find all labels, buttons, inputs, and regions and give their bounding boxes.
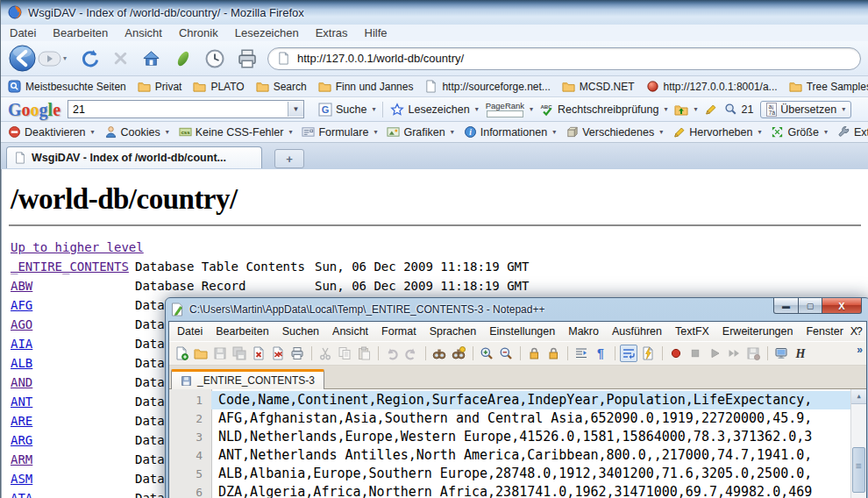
new-tab-button[interactable]: + (274, 149, 304, 168)
directory-entry-link[interactable]: AFG (11, 298, 32, 312)
menu-item[interactable]: Lesezeichen (235, 26, 299, 39)
bookmark-plato[interactable]: PLATO (193, 80, 244, 93)
google-bookmarks-button[interactable]: Lesezeichen (390, 103, 478, 117)
bookmark-meistbesuchte-seiten[interactable]: Meistbesuchte Seiten (8, 80, 126, 93)
editor-area[interactable]: 1 Code,Name,Continent,Region,SurfaceArea… (169, 389, 866, 498)
google-search-input[interactable]: 21 ▼ (68, 100, 304, 118)
print-icon[interactable] (288, 345, 306, 362)
directory-entry-link[interactable]: AND (11, 375, 32, 389)
menu-item[interactable]: Ansicht (332, 325, 368, 338)
menu-item[interactable]: Sprachen (430, 325, 477, 338)
directory-entry-link[interactable]: ARM (11, 452, 32, 466)
scrollbar-thumb[interactable] (852, 447, 865, 493)
back-forward-dropdown[interactable]: ▾ (63, 54, 67, 62)
send-to-button[interactable] (674, 103, 697, 117)
macro-stop-icon[interactable] (687, 345, 704, 362)
bookmark-finn-und-jannes[interactable]: Finn und Jannes (318, 80, 414, 93)
macro-save-icon[interactable] (744, 345, 762, 362)
bookmark-search[interactable]: Search (256, 80, 307, 93)
macro-run-multiple-icon[interactable] (725, 345, 743, 362)
show-all-characters-icon[interactable] (592, 345, 609, 362)
directory-entry-link[interactable]: AIA (11, 337, 32, 351)
zoom-in-icon[interactable] (478, 345, 495, 362)
feed-leaf-icon[interactable] (174, 48, 193, 69)
replace-icon[interactable] (450, 345, 467, 362)
up-to-higher-level-link[interactable]: Up to higher level (11, 238, 868, 257)
devbar-verschiedenes[interactable]: Verschiedenes (566, 125, 663, 139)
notepadpp-titlebar[interactable]: C:\Users\Martin\AppData\Local\Temp\_ENTI… (168, 298, 867, 321)
directory-entry-link[interactable]: ALB (11, 356, 32, 370)
maximize-button[interactable]: ▢ (799, 298, 822, 314)
close-file-icon[interactable] (250, 345, 267, 362)
minimize-button[interactable]: ▬ (773, 298, 799, 314)
macro-play-icon[interactable] (706, 345, 723, 362)
directory-entry-link[interactable]: _ENTIRE_CONTENTS (11, 260, 129, 274)
google-search-button[interactable]: G Suche (318, 103, 375, 117)
menu-item[interactable]: Hilfe (365, 26, 388, 39)
menu-item[interactable]: Fenster (806, 325, 843, 338)
close-button[interactable]: X (822, 298, 862, 314)
directory-entry-link[interactable]: ATA (11, 491, 32, 498)
document-tab[interactable]: _ENTIRE_CONTENTS-3 (171, 369, 324, 389)
menu-item[interactable]: Bearbeiten (216, 325, 268, 338)
home-icon[interactable] (141, 48, 161, 68)
highlighter-button[interactable] (704, 103, 717, 116)
spellcheck-button[interactable]: Rechtschreibprüfung (540, 103, 667, 117)
forward-button[interactable] (38, 49, 64, 68)
pagerank-indicator[interactable]: PageRank (486, 102, 533, 117)
devbar-deaktivieren[interactable]: Deaktivieren (8, 125, 95, 139)
directory-entry-link[interactable]: ARG (11, 433, 32, 447)
indent-guide-icon[interactable] (573, 345, 590, 362)
bookmark-privat[interactable]: Privat (138, 80, 182, 93)
tab-wsgidav[interactable]: WsgiDAV - Index of /world-db/count... (6, 146, 262, 168)
google-search-history-dropdown[interactable]: ▼ (288, 102, 303, 117)
menu-item[interactable]: Datei (10, 26, 36, 39)
devbar-grafiken[interactable]: Grafiken (387, 125, 453, 139)
sync-horizontal-icon[interactable] (544, 345, 562, 362)
save-icon[interactable] (211, 345, 229, 362)
new-file-icon[interactable] (173, 345, 190, 362)
undo-icon[interactable] (383, 345, 401, 362)
directory-entry-link[interactable]: AGO (11, 317, 32, 331)
devbar-css[interactable]: Keine CSS-Fehler (179, 125, 293, 139)
copy-icon[interactable] (336, 345, 353, 362)
url-bar[interactable]: http://127.0.0.1/world-db/country/ (267, 47, 861, 70)
translate-button[interactable]: a¡ 7ä Übersetzen (760, 101, 851, 118)
word-wrap-icon[interactable] (620, 345, 637, 362)
reload-icon[interactable] (80, 48, 100, 68)
save-all-icon[interactable] (231, 345, 248, 362)
bookmark-mcsd-net[interactable]: MCSD.NET (562, 80, 635, 93)
redo-icon[interactable] (402, 345, 420, 362)
sync-vertical-icon[interactable] (525, 345, 543, 362)
menu-item[interactable]: Datei (177, 325, 203, 338)
bookmark-127-0-0-1-8001[interactable]: http://127.0.0.1:8001/a... (646, 80, 778, 93)
zoom-out-icon[interactable] (497, 345, 515, 362)
directory-entry-link[interactable]: ASM (11, 472, 32, 486)
menu-item[interactable]: Bearbeiten (53, 26, 108, 39)
menu-item[interactable]: TextFX (675, 325, 709, 338)
devbar-extras[interactable]: Extras (837, 125, 868, 139)
history-clock-icon[interactable] (204, 48, 225, 69)
menu-item[interactable]: Ansicht (125, 26, 162, 39)
devbar-groesse[interactable]: Größe (771, 125, 827, 139)
open-file-icon[interactable] (192, 345, 210, 362)
change-case-icon[interactable] (792, 345, 809, 362)
menu-item[interactable]: Makro (568, 325, 599, 338)
devbar-formulare[interactable]: Formulare (302, 125, 377, 139)
menu-item[interactable]: Suchen (282, 325, 319, 338)
paste-icon[interactable] (355, 345, 373, 362)
menu-close-document[interactable]: X (850, 325, 857, 338)
menu-item[interactable]: Chronik (179, 26, 218, 39)
firefox-titlebar[interactable]: WsgiDAV - Index of /world-db/country/ - … (1, 0, 868, 25)
devbar-hervorheben[interactable]: Hervorheben (672, 125, 761, 139)
menu-item[interactable]: Einstellungen (489, 325, 555, 338)
directory-entry-link[interactable]: ARE (11, 414, 32, 428)
devbar-informationen[interactable]: Informationen (464, 125, 556, 139)
stop-icon[interactable] (111, 49, 130, 68)
menu-item[interactable]: Extras (316, 26, 348, 39)
back-button[interactable] (8, 44, 37, 73)
scrollbar-up-arrow[interactable]: ▲ (851, 389, 866, 404)
editor-scrollbar[interactable]: ▲ (850, 389, 866, 498)
cut-icon[interactable] (317, 345, 334, 362)
print-icon[interactable] (237, 48, 258, 69)
